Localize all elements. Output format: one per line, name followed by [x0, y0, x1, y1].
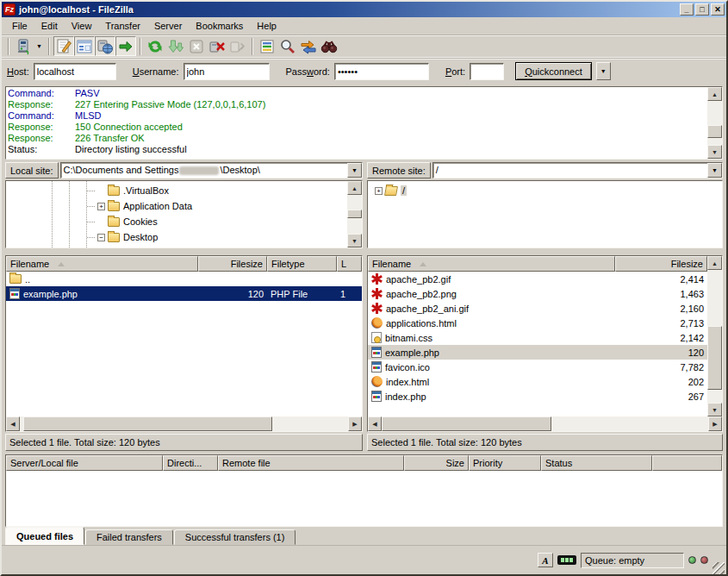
file-row-parent[interactable]: ..	[6, 272, 362, 286]
compare-button[interactable]	[319, 36, 339, 56]
scroll-down-icon[interactable]: ▼	[347, 234, 362, 247]
menu-transfer[interactable]: Transfer	[98, 18, 147, 34]
scroll-up-icon[interactable]: ▲	[707, 87, 722, 101]
process-queue-button[interactable]	[165, 36, 186, 56]
remote-list-hscrollbar[interactable]: ◀ ▶	[368, 416, 722, 431]
log-vertical-scrollbar[interactable]: ▲ ▼	[707, 87, 722, 159]
scroll-left-icon[interactable]: ◀	[6, 416, 20, 431]
expander[interactable]: −	[97, 234, 105, 241]
file-row-selected[interactable]: example.php120	[368, 345, 707, 360]
remote-list-vscrollbar[interactable]: ▲ ▼	[707, 256, 722, 416]
toolbar: ▼	[2, 35, 726, 58]
menu-server[interactable]: Server	[147, 18, 189, 34]
file-row[interactable]: index.html202	[368, 374, 707, 389]
column-header-server-local-file[interactable]: Server/Local file	[6, 455, 163, 471]
filter-button[interactable]	[257, 36, 277, 56]
column-header-filename[interactable]: Filename	[368, 256, 615, 272]
log-line: Response:226 Transfer OK	[8, 133, 706, 144]
menu-edit[interactable]: Edit	[34, 18, 65, 34]
scroll-up-icon[interactable]: ▲	[707, 256, 722, 270]
maximize-button[interactable]: □	[695, 3, 709, 16]
file-row[interactable]: bitnami.css2,142	[368, 330, 707, 345]
tree-item-virtualbox[interactable]: .VirtualBox	[6, 183, 347, 198]
column-header-direction[interactable]: Directi...	[163, 455, 218, 471]
scroll-left-icon[interactable]: ◀	[368, 416, 382, 431]
tab-successful-transfers[interactable]: Successful transfers (1)	[174, 529, 296, 545]
expander[interactable]: +	[375, 187, 383, 195]
file-row[interactable]: apache_pb2.png1,463	[368, 286, 707, 301]
sitemanager-dropdown[interactable]: ▼	[34, 37, 45, 55]
column-header-filesize[interactable]: Filesize	[198, 256, 267, 272]
quickconnect-button[interactable]: Quickconnect	[515, 62, 592, 80]
speedlimit-icon[interactable]	[557, 555, 576, 565]
reconnect-button[interactable]	[227, 36, 248, 56]
expander[interactable]: +	[97, 203, 105, 210]
tree-item-application-data[interactable]: +Application Data	[6, 198, 347, 214]
menu-file[interactable]: File	[5, 18, 34, 34]
close-button[interactable]: ✕	[711, 3, 725, 16]
file-row[interactable]: applications.html2,713	[368, 316, 707, 330]
column-header-remote-file[interactable]: Remote file	[218, 455, 404, 471]
remote-directory-tree[interactable]: +/	[368, 181, 722, 247]
chevron-down-icon[interactable]: ▼	[707, 163, 722, 178]
password-input[interactable]	[334, 63, 429, 80]
file-row[interactable]: favicon.ico7,782	[368, 360, 707, 374]
refresh-button[interactable]	[145, 36, 165, 56]
queue-tabs: Queued files Failed transfers Successful…	[2, 527, 726, 546]
column-header-priority[interactable]: Priority	[469, 455, 541, 471]
resize-grip[interactable]	[712, 562, 725, 574]
file-row[interactable]: index.php267	[368, 389, 707, 404]
sort-asc-icon	[58, 262, 65, 266]
quickconnect-dropdown[interactable]: ▼	[596, 62, 611, 80]
scroll-right-icon[interactable]: ▶	[708, 416, 722, 431]
menu-help[interactable]: Help	[250, 18, 283, 34]
column-header-filename[interactable]: Filename	[6, 256, 198, 272]
transfer-type-icon[interactable]: A	[538, 553, 553, 567]
local-list-hscrollbar[interactable]: ◀ ▶	[6, 416, 362, 431]
remote-status-text: Selected 1 file. Total size: 120 bytes	[367, 434, 723, 451]
titlebar[interactable]: Fz john@localhost - FileZilla _ □ ✕	[2, 2, 726, 17]
tab-queued-files[interactable]: Queued files	[5, 527, 84, 545]
toggle-local-tree-button[interactable]	[74, 36, 95, 56]
sync-browse-button[interactable]	[298, 36, 319, 56]
chevron-down-icon[interactable]: ▼	[347, 163, 362, 178]
sitemanager-button[interactable]	[13, 36, 34, 56]
expander[interactable]	[97, 218, 105, 226]
toggle-queue-button[interactable]	[115, 36, 136, 56]
tree-item-cookies[interactable]: Cookies	[6, 214, 347, 229]
column-header-filetype[interactable]: Filetype	[267, 256, 337, 272]
tree-panes: Local site: C:\Documents and Settings\De…	[2, 161, 726, 250]
port-input[interactable]	[470, 63, 504, 80]
local-tree-scrollbar[interactable]: ▲ ▼	[347, 181, 362, 247]
cancel-button[interactable]	[186, 36, 207, 56]
file-row-selected[interactable]: example.php 120 PHP File 1	[6, 286, 362, 301]
tab-failed-transfers[interactable]: Failed transfers	[85, 529, 173, 545]
file-row[interactable]: apache_pb2_ani.gif2,160	[368, 301, 707, 316]
scroll-down-icon[interactable]: ▼	[707, 145, 722, 159]
scroll-right-icon[interactable]: ▶	[348, 416, 362, 431]
local-site-combo[interactable]: C:\Documents and Settings\Desktop\ ▼	[60, 162, 363, 178]
scroll-up-icon[interactable]: ▲	[347, 181, 362, 195]
host-input[interactable]	[34, 63, 116, 80]
menu-view[interactable]: View	[65, 18, 99, 34]
status-bar: A Queue: empty	[2, 546, 726, 574]
column-header-size[interactable]: Size	[404, 455, 469, 471]
toggle-log-button[interactable]	[53, 36, 74, 56]
column-header-status[interactable]: Status	[541, 455, 652, 471]
column-header-lastmodified[interactable]: L	[337, 256, 362, 272]
remote-site-combo[interactable]: / ▼	[432, 162, 723, 178]
scroll-down-icon[interactable]: ▼	[707, 403, 722, 416]
menu-bookmarks[interactable]: Bookmarks	[189, 18, 250, 34]
search-button[interactable]	[277, 36, 298, 56]
minimize-button[interactable]: _	[680, 3, 694, 16]
tree-item-desktop[interactable]: −Desktop	[6, 229, 347, 245]
local-directory-tree[interactable]: .VirtualBox +Application Data Cookies −D…	[6, 181, 347, 247]
expander[interactable]	[97, 187, 105, 195]
queue-list-empty[interactable]	[6, 471, 722, 526]
disconnect-button[interactable]	[207, 36, 227, 56]
tree-item-root[interactable]: +/	[368, 183, 722, 198]
username-input[interactable]	[184, 63, 270, 80]
toggle-remote-tree-button[interactable]	[95, 36, 115, 56]
file-row[interactable]: apache_pb2.gif2,414	[368, 272, 707, 286]
column-header-filesize[interactable]: Filesize	[615, 256, 707, 272]
